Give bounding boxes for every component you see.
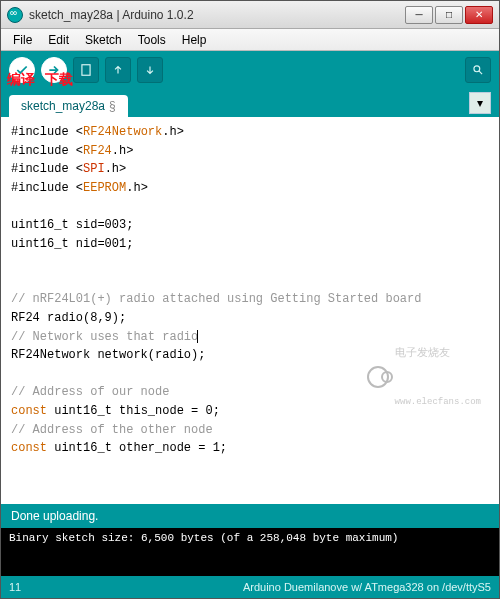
menu-edit[interactable]: Edit	[42, 31, 75, 49]
open-sketch-button[interactable]	[105, 57, 131, 83]
new-sketch-button[interactable]	[73, 57, 99, 83]
window-title: sketch_may28a | Arduino 1.0.2	[29, 8, 405, 22]
menubar: File Edit Sketch Tools Help	[1, 29, 499, 51]
menu-tools[interactable]: Tools	[132, 31, 172, 49]
arduino-app-icon	[7, 7, 23, 23]
console-line: Binary sketch size: 6,500 bytes (of a 25…	[9, 532, 491, 544]
tab-sketch[interactable]: sketch_may28a§	[9, 95, 128, 117]
board-info: Arduino Duemilanove w/ ATmega328 on /dev…	[243, 581, 491, 593]
close-button[interactable]: ✕	[465, 6, 493, 24]
menu-sketch[interactable]: Sketch	[79, 31, 128, 49]
maximize-button[interactable]: □	[435, 6, 463, 24]
toolbar: 编译 下载	[1, 51, 499, 89]
svg-rect-0	[82, 65, 90, 76]
annotation-compile: 编译	[7, 71, 35, 89]
app-window: sketch_may28a | Arduino 1.0.2 ─ □ ✕ File…	[0, 0, 500, 599]
watermark-text: 电子发烧友	[395, 345, 481, 362]
line-number: 11	[9, 581, 21, 593]
code-editor[interactable]: #include <RF24Network.h> #include <RF24.…	[1, 117, 499, 504]
annotation-download: 下载	[45, 71, 73, 89]
watermark: 电子发烧友 www.elecfans.com	[367, 311, 481, 444]
serial-monitor-button[interactable]	[465, 57, 491, 83]
minimize-button[interactable]: ─	[405, 6, 433, 24]
tab-menu-button[interactable]: ▾	[469, 92, 491, 114]
text-cursor	[197, 330, 198, 343]
menu-file[interactable]: File	[7, 31, 38, 49]
status-bar: Done uploading.	[1, 504, 499, 528]
tab-marker: §	[109, 99, 116, 113]
watermark-url: www.elecfans.com	[395, 396, 481, 410]
footer: 11 Arduino Duemilanove w/ ATmega328 on /…	[1, 576, 499, 598]
status-message: Done uploading.	[11, 509, 98, 523]
svg-point-1	[474, 66, 480, 72]
tabbar: sketch_may28a§ ▾	[1, 89, 499, 117]
titlebar: sketch_may28a | Arduino 1.0.2 ─ □ ✕	[1, 1, 499, 29]
save-sketch-button[interactable]	[137, 57, 163, 83]
watermark-logo-icon	[367, 366, 389, 388]
console-output[interactable]: Binary sketch size: 6,500 bytes (of a 25…	[1, 528, 499, 576]
menu-help[interactable]: Help	[176, 31, 213, 49]
window-buttons: ─ □ ✕	[405, 6, 493, 24]
tab-label: sketch_may28a	[21, 99, 105, 113]
